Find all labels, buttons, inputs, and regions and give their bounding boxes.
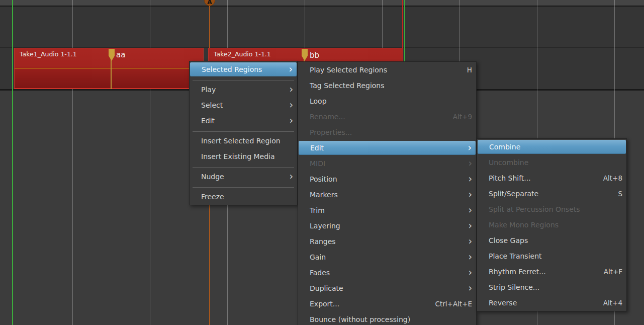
menu-item-rename[interactable]: Rename...Alt+9 (298, 110, 476, 124)
menu-item-label: Pitch Shift... (489, 174, 531, 182)
menu-item-play-selected-regions[interactable]: Play Selected RegionsH (298, 63, 476, 77)
menu-item-duplicate[interactable]: Duplicate› (298, 281, 476, 295)
menu-item-label: Select (201, 101, 223, 109)
menu-item-shortcut: Ctrl+Alt+E (427, 300, 472, 308)
submenu-arrow-icon: › (289, 64, 293, 74)
menu-item-split-at-percussion-onsets[interactable]: Split at Percussion Onsets (477, 202, 626, 216)
location-marker-a-label: A (207, 0, 212, 5)
menu-item-label: Play Selected Regions (310, 66, 387, 74)
menu-item-label: Properties... (310, 128, 352, 136)
menu-item-insert-existing-media[interactable]: Insert Existing Media (190, 149, 297, 164)
menu-item-markers[interactable]: Markers› (298, 188, 476, 202)
submenu-arrow-icon: › (468, 252, 472, 262)
menu-item-label: Play (201, 86, 216, 94)
submenu-arrow-icon: › (468, 174, 472, 184)
menu-item-bounce-without-processing[interactable]: Bounce (without processing) (298, 312, 476, 325)
menu-item-label: Split/Separate (489, 190, 538, 198)
session-start-line (12, 0, 13, 325)
menu-item-label: Trim (310, 206, 325, 214)
menu-item-label: Edit (310, 144, 324, 152)
menu-item-properties[interactable]: Properties... (298, 125, 476, 139)
menu-item-label: Freeze (201, 193, 224, 201)
menu-item-label: Uncombine (489, 158, 528, 167)
menu-item-select[interactable]: Select› (190, 98, 297, 112)
menu-item-pitch-shift[interactable]: Pitch Shift...Alt+8 (477, 171, 626, 185)
menu-item-position[interactable]: Position› (298, 172, 476, 186)
menu-separator (193, 187, 294, 188)
gain-line[interactable] (15, 68, 203, 69)
menu-item-insert-selected-region[interactable]: Insert Selected Region (190, 134, 297, 148)
menu-item-shortcut: Alt+8 (595, 174, 622, 182)
submenu-arrow-icon: › (468, 268, 472, 277)
menu-item-edit[interactable]: Edit› (299, 141, 476, 155)
region-name-label: Take1_Audio 1-1.1 (20, 50, 77, 58)
menu-item-place-transient[interactable]: Place Transient (477, 249, 626, 263)
menu-item-reverse[interactable]: ReverseAlt+4 (477, 296, 626, 310)
menu-item-export[interactable]: Export...Ctrl+Alt+E (298, 297, 476, 311)
menu-item-label: Reverse (489, 299, 517, 307)
submenu-arrow-icon: › (468, 158, 472, 168)
menu-item-rhythm-ferret[interactable]: Rhythm Ferret...Alt+F (477, 265, 626, 279)
menu-item-trim[interactable]: Trim› (298, 203, 476, 217)
menu-item-label: Selected Regions (202, 65, 262, 73)
menu-item-label: MIDI (310, 159, 325, 168)
menu-separator (193, 80, 294, 80)
menu-item-edit[interactable]: Edit› (190, 114, 297, 128)
region-name-label: Take2_Audio 1-1.1 (214, 50, 271, 58)
region-context-menu: Selected Regions›Play›Select›Edit›Insert… (189, 61, 298, 205)
submenu-arrow-icon: › (468, 205, 472, 215)
menu-item-label: Markers (310, 191, 338, 199)
menu-separator (193, 167, 294, 168)
menu-item-nudge[interactable]: Nudge› (190, 170, 297, 184)
menu-item-label: Insert Selected Region (201, 137, 281, 145)
menu-item-label: Split at Percussion Onsets (489, 205, 580, 213)
menu-item-split-separate[interactable]: Split/SeparateS (477, 187, 626, 201)
submenu-arrow-icon: › (468, 283, 472, 293)
menu-item-gain[interactable]: Gain› (298, 250, 476, 264)
menu-item-label: Close Gaps (489, 236, 528, 245)
menu-item-label: Rhythm Ferret... (489, 268, 546, 276)
submenu-arrow-icon: › (289, 85, 293, 94)
menu-item-label: Duplicate (310, 284, 343, 292)
submenu-arrow-icon: › (468, 236, 472, 246)
menu-item-selected-regions[interactable]: Selected Regions› (190, 62, 297, 76)
menu-item-shortcut: Alt+4 (595, 299, 622, 307)
menu-item-label: Loop (310, 97, 327, 105)
edit-submenu: CombineUncombinePitch Shift...Alt+8Split… (477, 138, 627, 311)
submenu-arrow-icon: › (468, 143, 472, 152)
menu-item-play[interactable]: Play› (190, 83, 297, 97)
ardour-editor-canvas: Take1_Audio 1-1.1 Take2_Audio 1-1.1 aa b… (0, 0, 644, 325)
submenu-arrow-icon: › (468, 221, 472, 230)
menu-item-combine[interactable]: Combine (478, 140, 626, 154)
menu-item-layering[interactable]: Layering› (298, 219, 476, 233)
menu-item-loop[interactable]: Loop (298, 94, 476, 108)
submenu-arrow-icon: › (289, 116, 293, 125)
menu-item-fades[interactable]: Fades› (298, 266, 476, 280)
menu-item-freeze[interactable]: Freeze (190, 190, 297, 204)
menu-item-uncombine[interactable]: Uncombine (477, 155, 626, 170)
menu-item-label: Nudge (201, 173, 224, 181)
menu-item-label: Bounce (without processing) (310, 315, 410, 323)
menu-item-tag-selected-regions[interactable]: Tag Selected Regions (298, 78, 476, 93)
menu-item-label: Make Mono Regions (489, 221, 559, 229)
menu-item-ranges[interactable]: Ranges› (298, 234, 476, 249)
menu-item-label: Tag Selected Regions (310, 82, 385, 90)
selected-regions-submenu: Play Selected RegionsHTag Selected Regio… (298, 61, 477, 325)
timeline-ruler[interactable] (0, 0, 644, 6)
menu-item-label: Place Transient (489, 252, 542, 260)
menu-item-shortcut: Alt+9 (445, 113, 472, 121)
menu-item-close-gaps[interactable]: Close Gaps (477, 233, 626, 248)
menu-item-shortcut: S (610, 190, 622, 198)
menu-item-shortcut: Alt+F (596, 268, 622, 276)
menu-item-label: Combine (489, 143, 520, 151)
menu-item-label: Layering (310, 222, 340, 230)
menu-item-strip-silence[interactable]: Strip Silence... (477, 280, 626, 294)
menu-item-label: Position (310, 175, 337, 183)
menu-item-shortcut: H (459, 66, 472, 74)
menu-separator (193, 131, 294, 132)
cue-marker-bb-label: bb (310, 51, 319, 60)
track-lane-1[interactable] (0, 7, 644, 47)
menu-item-label: Fades (310, 269, 330, 277)
menu-item-make-mono-regions[interactable]: Make Mono Regions (477, 218, 626, 232)
menu-item-midi[interactable]: MIDI› (298, 156, 476, 171)
